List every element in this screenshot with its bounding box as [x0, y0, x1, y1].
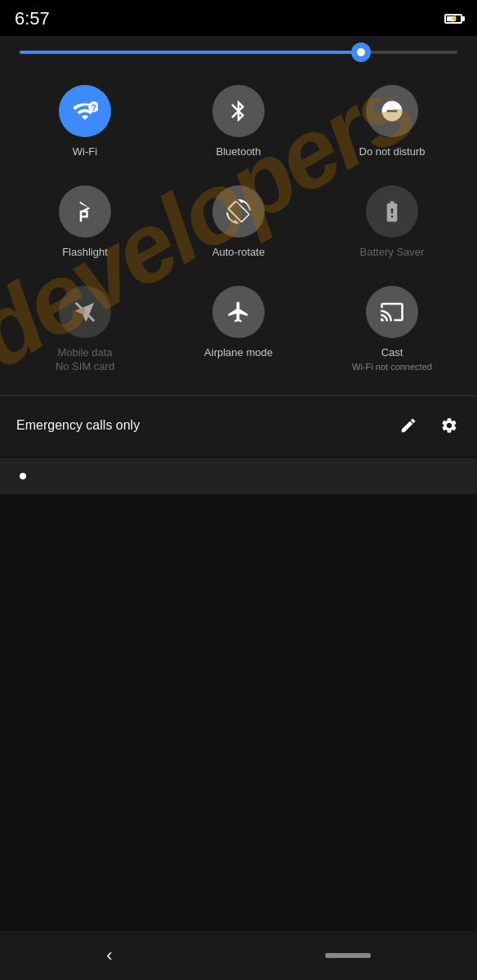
cast-icon — [380, 300, 404, 324]
qs-divider — [0, 395, 477, 396]
tiles-grid: ? Wi-Fi Bluetooth Do not disturb — [0, 65, 477, 389]
brightness-thumb — [351, 42, 371, 62]
tile-circle-batterysaver — [366, 185, 418, 238]
dot-row — [0, 458, 477, 494]
tile-cast[interactable]: CastWi-Fi not connected — [315, 274, 469, 389]
edit-button[interactable] — [397, 414, 420, 437]
settings-button[interactable] — [438, 414, 461, 437]
battery-icon: ⚡ — [444, 14, 462, 24]
tile-circle-autorotate — [212, 185, 265, 238]
tile-label-dnd: Do not disturb — [359, 145, 426, 159]
tile-label-batterysaver: Battery Saver — [360, 246, 425, 260]
status-time: 6:57 — [15, 8, 50, 29]
settings-icon — [440, 416, 458, 434]
airplane-icon — [226, 300, 251, 324]
edit-icon — [399, 416, 417, 434]
autorotate-icon — [226, 199, 251, 224]
tile-label-flashlight: Flashlight — [62, 246, 108, 260]
tile-wifi[interactable]: ? Wi-Fi — [8, 74, 162, 174]
tile-label-airplane: Airplane mode — [204, 346, 273, 360]
tile-circle-wifi: ? — [59, 85, 111, 137]
dnd-icon — [380, 99, 404, 123]
brightness-slider-track[interactable] — [20, 51, 457, 54]
tile-label-wifi: Wi-Fi — [73, 145, 97, 159]
status-icons: ⚡ — [444, 14, 462, 24]
tile-circle-flashlight — [59, 185, 111, 238]
tile-autorotate[interactable]: Auto-rotate — [162, 174, 315, 274]
tile-circle-cast — [366, 286, 418, 338]
quick-settings-panel: ? Wi-Fi Bluetooth Do not disturb — [0, 36, 477, 457]
tile-batterysaver[interactable]: Battery Saver — [315, 174, 469, 274]
tile-circle-bluetooth — [212, 85, 265, 137]
tile-circle-airplane — [212, 286, 265, 338]
nav-bar: ‹ — [0, 931, 477, 980]
tile-flashlight[interactable]: Flashlight — [8, 174, 162, 274]
flashlight-icon — [73, 199, 97, 224]
tile-label-bluetooth: Bluetooth — [216, 145, 261, 159]
tile-bluetooth[interactable]: Bluetooth — [162, 74, 315, 174]
mobiledata-icon — [73, 300, 97, 324]
batterysaver-icon — [380, 199, 404, 224]
wifi-icon: ? — [72, 98, 98, 124]
home-indicator[interactable] — [325, 953, 371, 958]
brightness-fill — [20, 51, 361, 54]
qs-bottom: Emergency calls only — [0, 403, 477, 448]
back-button[interactable]: ‹ — [106, 945, 112, 966]
tile-label-mobiledata: Mobile dataNo SIM card — [56, 346, 114, 374]
tile-mobiledata[interactable]: Mobile dataNo SIM card — [8, 274, 162, 389]
tile-circle-mobiledata — [59, 286, 111, 338]
status-bar: 6:57 ⚡ — [0, 0, 477, 36]
emergency-status-text: Emergency calls only — [16, 418, 140, 433]
tile-label-cast: CastWi-Fi not connected — [352, 346, 432, 374]
brightness-row[interactable] — [0, 36, 477, 65]
tile-dnd[interactable]: Do not disturb — [315, 74, 469, 174]
bluetooth-icon — [226, 99, 251, 123]
qs-bottom-icons — [397, 414, 461, 437]
tile-label-autorotate: Auto-rotate — [212, 246, 265, 260]
tile-airplane[interactable]: Airplane mode — [162, 274, 315, 389]
svg-text:?: ? — [91, 103, 96, 113]
tile-circle-dnd — [366, 85, 418, 137]
page-dot — [20, 473, 26, 479]
